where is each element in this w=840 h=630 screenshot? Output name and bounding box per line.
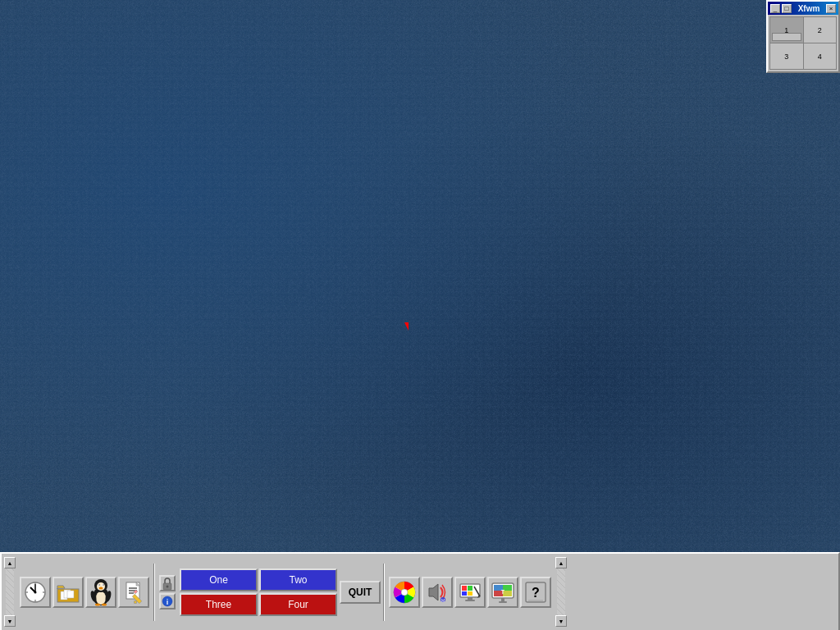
colorwheel-icon [392, 580, 417, 605]
quit-button[interactable]: QUIT [340, 581, 381, 604]
svg-text:?: ? [532, 586, 540, 600]
info-icon: i [162, 596, 173, 607]
scroll-up-right-btn[interactable]: ▲ [555, 557, 567, 568]
svg-point-21 [99, 587, 103, 589]
pager-workspace-2[interactable]: 2 [804, 17, 837, 43]
workspace-four-button[interactable]: Four [259, 593, 337, 616]
svg-rect-47 [468, 591, 472, 596]
workspace-buttons: One Two Three Four [180, 568, 337, 616]
svg-point-19 [98, 584, 99, 585]
editor-button[interactable] [118, 577, 149, 608]
svg-text:M: M [441, 598, 445, 603]
palette-button[interactable] [454, 577, 486, 608]
taskbar-scroll-left: ▲ ▼ [3, 557, 16, 627]
pager-workspace-3[interactable]: 3 [770, 43, 803, 69]
svg-point-20 [103, 584, 103, 585]
pager-grid: 1 2 3 4 [769, 16, 837, 70]
pager-title: Xfwm [798, 4, 820, 13]
svg-rect-44 [462, 586, 467, 591]
active-window-indicator [773, 33, 801, 40]
pager-window: _ □ Xfwm × 1 2 3 4 [766, 0, 840, 73]
app-icons-group [20, 577, 149, 608]
pager-workspace-4[interactable]: 4 [804, 43, 837, 69]
svg-point-14 [96, 591, 106, 605]
pager-titlebar: _ □ Xfwm × [768, 2, 838, 15]
svg-marker-9 [57, 586, 65, 589]
svg-rect-12 [67, 591, 74, 598]
palette-icon [458, 580, 482, 605]
taskbar-scroll-right: ▲ ▼ [555, 557, 568, 627]
svg-rect-50 [468, 597, 472, 600]
pager-restore-btn[interactable]: □ [782, 4, 792, 13]
lock-info-group: i [159, 575, 176, 609]
colorwheel-button[interactable] [389, 577, 420, 608]
svg-rect-51 [465, 600, 475, 601]
mixer-button[interactable]: M [422, 577, 453, 608]
svg-marker-40 [429, 584, 438, 600]
svg-point-23 [102, 603, 107, 605]
workspace-two-button[interactable]: Two [259, 568, 337, 591]
lock-button[interactable] [159, 575, 176, 591]
pager-workspace-1[interactable]: 1 [770, 17, 803, 43]
svg-text:i: i [167, 598, 169, 606]
workspace-one-button[interactable]: One [180, 568, 258, 591]
scroll-track-right [557, 568, 565, 615]
taskbar: ▲ ▼ [0, 552, 840, 630]
pager-minimize-btn[interactable]: _ [770, 4, 780, 13]
filemanager-button[interactable] [52, 577, 84, 608]
display-button[interactable]: T [487, 577, 518, 608]
svg-rect-46 [462, 591, 467, 596]
svg-rect-45 [468, 586, 472, 591]
help-button[interactable]: ? [520, 577, 551, 608]
svg-rect-58 [501, 598, 504, 601]
scroll-down-right-btn[interactable]: ▼ [555, 615, 567, 627]
pager-close-btn[interactable]: × [826, 4, 836, 13]
desktop: _ □ Xfwm × 1 2 3 4 ▲ [0, 0, 840, 630]
filemanager-icon [56, 581, 80, 604]
scroll-down-btn[interactable]: ▼ [4, 615, 16, 627]
pager-titlebar-buttons-group: _ □ [770, 4, 792, 13]
clock-icon [24, 581, 47, 604]
svg-rect-59 [499, 601, 507, 603]
scroll-up-btn[interactable]: ▲ [4, 557, 16, 568]
tux-icon [89, 578, 112, 606]
mouse-cursor [404, 322, 409, 331]
svg-point-35 [167, 585, 169, 587]
svg-point-22 [95, 603, 100, 605]
tux-button[interactable] [85, 577, 116, 608]
svg-text:T: T [501, 589, 505, 595]
display-icon: T [491, 580, 515, 605]
taskbar-sep-1 [153, 564, 155, 621]
workspace-three-button[interactable]: Three [180, 593, 258, 616]
scroll-track-left [6, 568, 14, 615]
clock-button[interactable] [20, 577, 51, 608]
taskbar-sep-2 [383, 564, 385, 621]
help-icon: ? [523, 580, 548, 605]
mixer-icon: M [425, 580, 450, 605]
lock-icon [162, 577, 173, 590]
svg-point-39 [401, 589, 408, 596]
info-button[interactable]: i [159, 593, 176, 609]
editor-icon [122, 581, 145, 604]
right-icons-group: M [389, 577, 551, 608]
